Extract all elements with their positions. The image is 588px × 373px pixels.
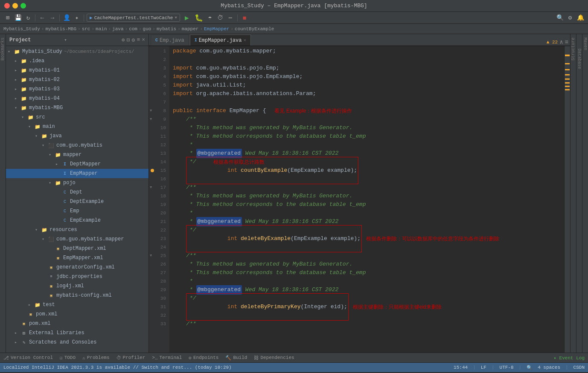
bc-empmapper[interactable]: EmpMapper — [204, 26, 229, 32]
tree-empmapper[interactable]: I EmpMapper — [6, 169, 148, 178]
scroll-marker-5 — [565, 78, 570, 80]
tree-resources[interactable]: ▾ 📁 resources — [6, 225, 148, 234]
code-line-4: import com.guo.mybatis.pojo.EmpExample; — [173, 72, 564, 81]
options-icon[interactable]: ⚙ — [132, 37, 135, 43]
maven-label[interactable]: Maven — [582, 36, 588, 52]
folder-icon: 📁 — [20, 86, 27, 93]
bc-src[interactable]: src — [82, 26, 90, 32]
tree-emp[interactable]: C Emp — [6, 206, 148, 216]
bc-java[interactable]: java — [112, 26, 123, 32]
tree-mybatismbg[interactable]: ▾ 📁 mybatis-MBG — [6, 103, 148, 113]
bc-guo[interactable]: guo — [143, 26, 151, 32]
todo-tab[interactable]: ☑ TODO — [60, 355, 76, 361]
settings2-icon[interactable]: ≡ — [137, 37, 140, 43]
ln-6: 6 — [149, 90, 169, 98]
more-run-icon[interactable]: ⋯ — [226, 14, 235, 22]
ln-29: 29 — [149, 286, 169, 294]
tree-external-libs[interactable]: ▸ ⊞ External Libraries — [6, 328, 148, 338]
bc-method[interactable]: countByExample — [235, 26, 274, 32]
search-icon[interactable]: 🔍 — [556, 14, 564, 22]
stop-icon[interactable]: ◼ — [240, 14, 249, 22]
tree-java[interactable]: ▾ 📁 java — [6, 131, 148, 141]
collapse-icon[interactable]: ⊟ — [127, 37, 130, 43]
terminal-tab[interactable]: >_ Terminal — [152, 355, 182, 360]
structure-label[interactable]: Structure — [571, 36, 576, 62]
bc-main[interactable]: main — [96, 26, 107, 32]
tree-scratches[interactable]: ▸ ✎ Scratches and Consoles — [6, 338, 148, 347]
tree-log4j[interactable]: ▣ log4j.xml — [6, 281, 148, 291]
settings-icon[interactable]: ⚙ — [566, 14, 574, 22]
bc-mybatis[interactable]: mybatis — [157, 26, 176, 32]
tree-test[interactable]: ▸ 📁 test — [6, 300, 148, 309]
tab-overflow[interactable]: ≡ — [565, 39, 568, 46]
project-icon[interactable]: ⊞ — [3, 14, 12, 22]
build-tab[interactable]: 🔨 Build — [225, 355, 247, 361]
coverage-icon[interactable]: ☂ — [206, 14, 214, 22]
tree-deptmapper[interactable]: ▸ I DeptMapper — [6, 159, 148, 169]
tree-pomxml[interactable]: ▣ pom.xml — [6, 319, 148, 328]
database-label[interactable]: Database — [576, 47, 582, 71]
emp-tab-label: Emp.java — [160, 38, 184, 43]
cursor-position[interactable]: 15:44 — [454, 365, 468, 370]
analyze-icon[interactable]: ✦ — [73, 14, 81, 22]
tab-close-icon[interactable]: × — [243, 38, 246, 43]
tree-empmapperxml[interactable]: ▣ EmpMapper.xml — [6, 253, 148, 263]
back-icon[interactable]: ← — [38, 14, 47, 22]
tab-arrow-up[interactable]: ∧ — [559, 38, 563, 46]
tree-pojo-folder[interactable]: ▾ 📁 pojo — [6, 178, 148, 188]
profiler-tab[interactable]: ⏱ Profiler — [116, 355, 146, 361]
tab-emp[interactable]: C Emp.java — [151, 35, 189, 46]
ln-3: 3 — [149, 64, 169, 72]
debug-button[interactable]: 🐛 — [194, 14, 204, 22]
close-button[interactable] — [4, 3, 10, 9]
tree-package[interactable]: ▾ ⬛ com.guo.mybatis — [6, 141, 148, 150]
close-sidebar-icon[interactable]: × — [142, 37, 145, 43]
tab-empmapper[interactable]: I EmpMapper.java × — [190, 35, 251, 46]
tree-mybatis03[interactable]: ▸ 📁 mybatis-03 — [6, 84, 148, 94]
notifications-icon[interactable]: 🔔 — [576, 14, 585, 22]
bc-mapper[interactable]: mapper — [182, 26, 199, 32]
tree-empexample[interactable]: C EmpExample — [6, 216, 148, 225]
tree-mapper-folder[interactable]: ▾ 📁 mapper — [6, 150, 148, 159]
tree-deptmapperxml[interactable]: ▣ DeptMapper.xml — [6, 244, 148, 253]
code-line-19: * This method corresponds to the databas… — [173, 200, 564, 209]
profile-icon[interactable]: ⏱ — [216, 14, 224, 22]
navigate-icon[interactable]: 👤 — [62, 14, 71, 22]
forward-icon[interactable]: → — [48, 14, 57, 22]
bc-project[interactable]: Mybatis_Study — [3, 26, 40, 32]
tree-pomxml-inner[interactable]: ▣ pom.xml — [6, 309, 148, 319]
endpoints-tab[interactable]: ⊙ Endpoints — [189, 355, 218, 361]
line-ending: LF — [481, 365, 486, 370]
tree-main[interactable]: ▾ 📁 main — [6, 122, 148, 131]
maximize-button[interactable] — [20, 3, 26, 9]
save-icon[interactable]: 💾 — [14, 14, 22, 22]
run-config-selector[interactable]: ▶ CacheMapperTest.testTwoCache ▼ — [87, 14, 180, 22]
bc-com[interactable]: com — [129, 26, 137, 32]
version-control-tab[interactable]: ⎇ Version Control — [3, 355, 53, 361]
tree-idea[interactable]: ▸ 📁 .idea — [6, 56, 148, 66]
sync-icon[interactable]: ↻ — [24, 14, 32, 22]
tree-jdbc[interactable]: ≡ jdbc.properties — [6, 272, 148, 281]
tree-mapper-resources[interactable]: ▾ ⬛ com.guo.mybatis.mapper — [6, 234, 148, 244]
dependencies-tab[interactable]: ⛓ Dependencies — [254, 355, 294, 361]
sidebar-dropdown[interactable]: ▾ — [64, 37, 67, 43]
tree-dept[interactable]: C Dept — [6, 188, 148, 197]
tree-mybatis01[interactable]: ▸ 📁 mybatis-01 — [6, 66, 148, 75]
bookmarks-label[interactable]: Bookmarks — [0, 36, 6, 62]
scratches-label: Scratches and Consoles — [29, 339, 96, 345]
minimize-button[interactable] — [12, 3, 18, 9]
tree-mybatis02[interactable]: ▸ 📁 mybatis-02 — [6, 75, 148, 84]
event-log-btn[interactable]: ✦ Event Log — [553, 355, 585, 361]
bc-module[interactable]: mybatis-MBG — [45, 26, 76, 32]
editor-scrollbar[interactable] — [564, 46, 570, 353]
problems-tab[interactable]: ⚠ Problems — [82, 355, 109, 361]
tree-generatorconfig[interactable]: ▣ generatorConfig.xml — [6, 263, 148, 272]
ln-14: 14 — [149, 158, 169, 166]
tree-mybatisconfig[interactable]: ▣ mybatis-config.xml — [6, 291, 148, 300]
run-button[interactable]: ▶ — [182, 14, 192, 22]
tree-src[interactable]: ▾ 📁 src — [6, 113, 148, 122]
tree-deptexample[interactable]: C DeptExample — [6, 197, 148, 206]
tree-mybatis04[interactable]: ▸ 📁 mybatis-04 — [6, 94, 148, 103]
locate-icon[interactable]: ⊕ — [122, 37, 125, 43]
tree-root[interactable]: ▾ 📁 Mybatis_Study ~/Documents/IdeaProjec… — [6, 47, 148, 56]
